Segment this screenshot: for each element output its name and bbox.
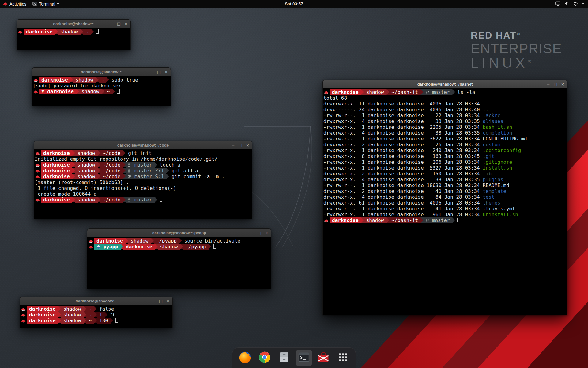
terminal-content[interactable]: darknoiseshadow~/pyappsource bin/activat…: [87, 237, 271, 289]
minimize-button[interactable]: −: [232, 143, 235, 147]
window-title: darknoise@shadow:~: [53, 21, 94, 26]
powerline-separator-icon: [123, 162, 126, 167]
powerline-separator-icon: [76, 89, 79, 94]
ls-row-filename: .editorconfig: [483, 148, 521, 153]
maximize-button[interactable]: □: [159, 299, 163, 303]
ls-row-filename: test: [483, 194, 495, 200]
ls-row: drwxrwxr-x. 2 darknoise darknoise 26 Jan…: [323, 142, 567, 148]
dock-item-app-grid[interactable]: [335, 350, 351, 366]
powerline-separator-icon: [386, 217, 389, 223]
prompt-segment-path: ~/bash-it: [389, 217, 421, 223]
redhat-prompt-icon: [88, 238, 94, 244]
window-titlebar[interactable]: darknoise@shadow:~−□×: [32, 68, 171, 76]
prompt-segment-venv: pyapp: [94, 244, 121, 250]
ls-row-filename: .gitignore: [483, 159, 512, 165]
window-title: darknoise@shadow:~/code: [117, 143, 169, 148]
terminal-window-sudo: darknoise@shadow:~−□×darknoiseshadow~sud…: [32, 67, 171, 106]
powerline-separator-icon: [452, 217, 455, 223]
prompt-segment-path: ~/code: [100, 162, 123, 168]
maximize-button[interactable]: □: [157, 70, 161, 74]
system-status-area[interactable]: [552, 0, 588, 8]
dock-item-chrome[interactable]: [256, 350, 273, 366]
ls-row-filename: .: [483, 101, 486, 107]
close-button[interactable]: ×: [166, 299, 170, 303]
window-title: darknoise@shadow:~/pyapp: [152, 231, 206, 235]
dock-item-terminal[interactable]: [296, 350, 312, 366]
ls-row-meta: drwxrwxr-x. 2 darknoise darknoise 150 Ja…: [323, 171, 483, 177]
terminal-content[interactable]: darknoiseshadow~: [17, 28, 130, 50]
minimize-button[interactable]: −: [110, 22, 113, 26]
activities-button[interactable]: Activities: [0, 0, 29, 8]
close-button[interactable]: ×: [265, 231, 268, 235]
minimize-button[interactable]: −: [152, 299, 155, 303]
terminal-line: darknoiseshadow~: [17, 29, 130, 35]
clock[interactable]: Sat 03:57: [282, 0, 306, 8]
powerline-separator-icon: [58, 306, 61, 312]
terminal-window-exit-codes: darknoise@shadow:~−□×darknoiseshadow~fal…: [20, 297, 173, 328]
powerline-separator-icon: [91, 29, 94, 34]
terminal-line: darknoiseshadow~130: [21, 318, 172, 324]
dock-item-files[interactable]: [276, 350, 292, 366]
dock-item-firefox[interactable]: [237, 350, 253, 366]
ls-row-filename: bash_it.sh: [483, 124, 512, 130]
close-button[interactable]: ×: [164, 70, 168, 74]
terminal-content[interactable]: darknoiseshadow~/codegit initInitialized…: [34, 149, 252, 219]
prompt-segment-host: shadow: [364, 89, 386, 95]
ls-row-filename: themes: [483, 200, 500, 206]
ls-row-meta: drwxrwxr-x. 8 darknoise darknoise 163 Ja…: [323, 153, 483, 159]
powerline-separator-icon: [179, 238, 182, 243]
command-text: source bin/activate: [182, 238, 240, 244]
powerline-separator-icon: [361, 89, 364, 95]
powerline-separator-icon: [98, 150, 100, 156]
prompt-segment-path: ~/pyapp: [154, 238, 179, 244]
powerline-separator-icon: [155, 244, 158, 249]
window-titlebar[interactable]: darknoise@shadow:~−□×: [17, 20, 130, 28]
terminal-line: darknoiseshadow~/code master ?:1git add …: [35, 168, 251, 174]
maximize-button[interactable]: □: [117, 22, 121, 26]
powerline-separator-icon: [126, 238, 128, 243]
ls-row: -rw-rw-r--. 1 darknoise darknoise 22 Jan…: [323, 113, 567, 118]
window-controls: −□×: [251, 229, 268, 237]
window-titlebar[interactable]: darknoise@shadow:~/bash-it−□×: [323, 80, 567, 88]
powerline-separator-icon: [70, 77, 73, 82]
ls-row: drwxrwxr-x. 8 darknoise darknoise 163 Ja…: [323, 153, 567, 159]
ls-row: -rw-rw-r--. 1 darknoise darknoise 41 Jan…: [323, 206, 567, 212]
terminal-window-bash-it: darknoise@shadow:~/bash-it−□×darknoisesh…: [322, 80, 567, 315]
minimize-button[interactable]: −: [251, 231, 254, 235]
close-button[interactable]: ×: [561, 82, 564, 86]
terminal-line: [sudo] password for darknoise:: [33, 83, 170, 89]
close-button[interactable]: ×: [124, 22, 128, 26]
window-titlebar[interactable]: darknoise@shadow:~/code−□×: [34, 141, 252, 149]
terminal-line: darknoiseshadow~/code master: [35, 197, 251, 203]
powerline-separator-icon: [72, 162, 75, 167]
app-menu-terminal[interactable]: Terminal: [29, 0, 62, 8]
dock-item-toolbox[interactable]: [315, 350, 332, 366]
prompt-segment-git: master: [423, 89, 452, 95]
ls-row-meta: -rw-rw-r--. 1 darknoise darknoise 22 Jan…: [323, 113, 483, 118]
terminal-content[interactable]: darknoiseshadow~falsedarknoiseshadow~1^C…: [20, 305, 172, 328]
terminal-content[interactable]: darknoiseshadow~sudo true[sudo] password…: [32, 76, 171, 106]
prompt-segment-path: ~/code: [100, 168, 123, 174]
prompt-segment-user: darknoise: [41, 174, 72, 179]
maximize-button[interactable]: □: [239, 143, 242, 147]
powerline-separator-icon: [72, 168, 75, 173]
window-titlebar[interactable]: darknoise@shadow:~−□×: [20, 297, 172, 305]
minimize-button[interactable]: −: [150, 70, 153, 74]
maximize-button[interactable]: □: [258, 231, 261, 235]
ls-row-filename: README.md: [483, 182, 509, 188]
powerline-separator-icon: [180, 244, 183, 249]
minimize-button[interactable]: −: [547, 82, 550, 86]
powerline-separator-icon: [55, 29, 58, 34]
prompt-segment-exit: 130: [97, 318, 111, 324]
branding-linux: LINUX®: [471, 56, 562, 71]
prompt-segment-host: shadow: [73, 77, 96, 83]
window-titlebar[interactable]: darknoise@shadow:~/pyapp−□×: [87, 229, 271, 237]
git-branch-icon: [426, 217, 429, 223]
volume-icon: [564, 1, 569, 6]
prompt-segment-user: darknoise: [24, 29, 55, 35]
maximize-button[interactable]: □: [554, 82, 557, 86]
redhat-prompt-icon: [17, 29, 24, 35]
close-button[interactable]: ×: [246, 143, 249, 147]
terminal-content[interactable]: darknoiseshadow~/bash-it masterls -latot…: [323, 88, 567, 315]
prompt-segment-user: darknoise: [41, 162, 72, 168]
